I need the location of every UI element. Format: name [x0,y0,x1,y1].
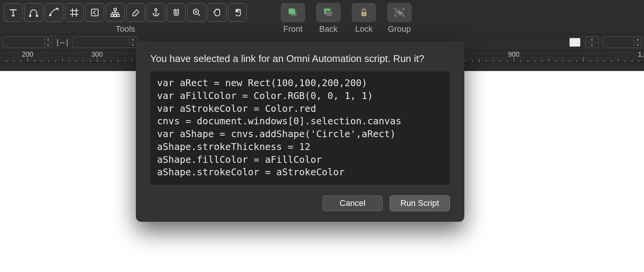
group-item: Group [387,3,411,34]
front-label: Front [283,24,302,34]
ruler-tick-label: 300 [91,51,103,59]
width-arrow-icon: |↔| [57,38,68,47]
tools-label: Tools [116,24,135,34]
pen-tool[interactable] [24,3,43,22]
stepper-icon[interactable]: ▲▼ [129,37,137,48]
group-button[interactable] [387,3,411,22]
run-script-button[interactable]: Run Script [390,195,450,211]
svg-rect-18 [394,8,396,10]
hierarchy-tool[interactable] [106,3,125,22]
cancel-button[interactable]: Cancel [322,195,383,211]
stepper-icon[interactable]: ▲▼ [634,37,641,48]
svg-point-2 [49,14,51,16]
pan-tool[interactable] [208,3,226,22]
tool-buttons-row [4,3,247,22]
svg-rect-20 [394,15,396,17]
back-button[interactable] [316,3,340,22]
anchor-tool[interactable] [146,3,165,22]
right-format-controls: ▲▼ ▲▼ [569,37,642,48]
crop-tool[interactable] [65,3,84,22]
svg-rect-11 [289,9,295,14]
eraser-tool[interactable] [126,3,145,22]
front-item: Front [281,3,305,34]
combo-right-1[interactable]: ▲▼ [585,37,599,48]
svg-point-8 [155,9,157,11]
lock-label: Lock [355,24,373,34]
front-button[interactable] [281,3,305,22]
zoom-tool[interactable] [187,3,206,22]
node-tool[interactable] [45,3,63,22]
svg-rect-5 [111,14,113,17]
lock-button[interactable] [352,3,376,22]
stepper-icon[interactable]: ▲▼ [585,37,598,48]
combo-2[interactable]: ▲▼ [72,37,137,48]
svg-rect-7 [117,14,119,17]
svg-rect-21 [403,15,404,17]
combo-right-2[interactable]: ▲▼ [603,37,642,48]
arrange-group: Front Back Lock Group [281,3,411,34]
back-item: Back [316,3,340,34]
svg-rect-4 [114,8,116,11]
svg-rect-19 [403,8,404,10]
ruler-tick-label: 1,00 [638,51,644,59]
main-toolbar: Tools Front Back Lock Group [0,0,644,34]
svg-rect-17 [399,12,402,15]
svg-point-0 [29,15,31,17]
automation-script-dialog: You have selected a link for an Omni Aut… [136,42,464,222]
svg-rect-13 [326,11,332,16]
back-label: Back [319,24,338,34]
color-swatch[interactable] [569,38,581,47]
dialog-message: You have selected a link for an Omni Aut… [150,53,450,65]
svg-rect-3 [91,9,98,16]
svg-rect-6 [114,14,116,17]
magnet-tool[interactable] [167,3,186,22]
svg-rect-14 [361,12,367,16]
pointer-tool[interactable] [228,3,247,22]
group-label: Group [388,24,411,34]
stepper-icon[interactable]: ▲▼ [44,37,52,48]
ruler-tick-label: 200 [22,51,33,59]
ruler-tick-label: 900 [508,51,519,59]
back-tool[interactable] [85,3,104,22]
lock-item: Lock [352,3,376,34]
script-code-preview: var aRect = new Rect(100,100,200,200) va… [150,71,450,185]
tools-group: Tools [4,3,247,34]
svg-point-1 [36,15,38,17]
combo-1[interactable]: ▲▼ [2,37,52,48]
text-tool[interactable] [4,3,23,22]
dialog-button-row: Cancel Run Script [150,195,450,211]
